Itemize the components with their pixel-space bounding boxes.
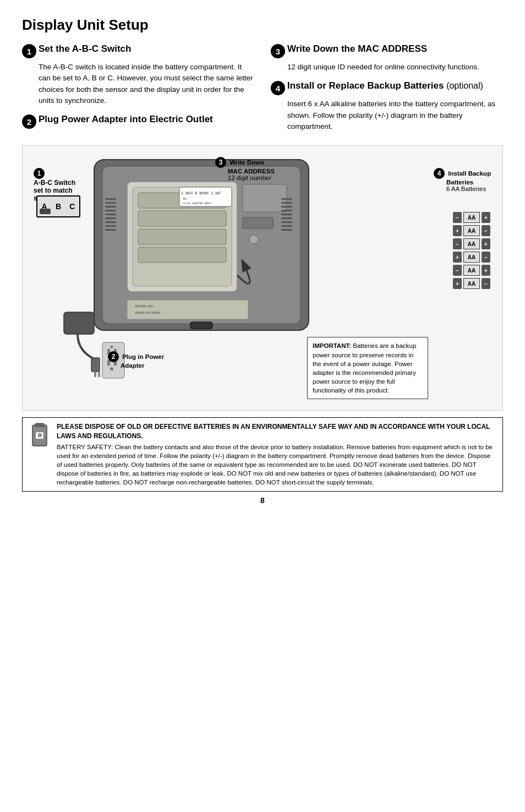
- step4-circle: 4: [271, 81, 285, 95]
- svg-rect-23: [281, 229, 292, 231]
- svg-text:RC-: RC-: [183, 197, 189, 200]
- svg-rect-30: [105, 221, 116, 223]
- recycling-icon: ♻: [28, 422, 50, 451]
- step2-circle: 2: [22, 115, 36, 129]
- svg-rect-39: [91, 358, 100, 372]
- battery-right-callout: 4 Install Backup Batteries 6 AA Batterie…: [434, 168, 491, 192]
- svg-text:MADE IN CHINA: MADE IN CHINA: [135, 311, 160, 314]
- battery-slots: −AA++AA−−AA++AA−−AA++AA−: [453, 212, 490, 289]
- disposal-section: ♻ PLEASE DISPOSE OF OLD OR DEFECTIVE BAT…: [22, 417, 503, 492]
- svg-rect-41: [98, 372, 100, 377]
- svg-rect-50: [35, 423, 44, 427]
- page-title: Display Unit Setup: [22, 17, 503, 34]
- svg-rect-26: [105, 206, 116, 208]
- disposal-body: BATTERY SAFETY: Clean the battery contac…: [57, 443, 497, 487]
- step3-body: 12 digit unique ID needed for online con…: [287, 62, 503, 73]
- svg-rect-8: [243, 184, 287, 212]
- svg-rect-17: [281, 206, 292, 208]
- svg-rect-21: [281, 221, 292, 223]
- battery-row-2: −AA+: [453, 238, 490, 249]
- power-adapter-area: [61, 309, 127, 383]
- step3-title: Write Down the MAC ADDRESS: [287, 43, 427, 55]
- battery-row-3: +AA−: [453, 252, 490, 263]
- svg-rect-22: [281, 225, 292, 227]
- step2-title: Plug Power Adapter into Electric Outlet: [39, 114, 213, 125]
- svg-rect-15: [281, 198, 292, 200]
- step3-circle: 3: [271, 44, 285, 58]
- diagram-section: 1 A-B-C Switch set to match sensor ABC: [22, 145, 503, 411]
- svg-rect-27: [105, 210, 116, 211]
- step1-title: Set the A-B-C Switch: [39, 43, 131, 55]
- battery-row-4: −AA+: [453, 265, 490, 276]
- svg-rect-18: [281, 210, 292, 211]
- step4-body: Insert 6 x AA alkaline batteries into th…: [287, 99, 503, 132]
- important-box: IMPORTANT: Batteries are a backup power …: [307, 337, 428, 399]
- svg-text:♻: ♻: [37, 433, 42, 438]
- svg-rect-25: [105, 202, 116, 204]
- svg-rect-40: [94, 372, 96, 377]
- svg-point-14: [249, 235, 258, 244]
- svg-text:AC/DC ADAPTOR INPUT: AC/DC ADAPTOR INPUT: [183, 202, 212, 205]
- step1-body: The A-B-C switch is located inside the b…: [39, 62, 254, 106]
- mac-callout: 3 Write Down MAC ADDRESS 12 digit number: [215, 157, 276, 181]
- page-number: 8: [22, 496, 503, 505]
- svg-rect-6: [138, 229, 226, 244]
- svg-rect-13: [243, 217, 273, 228]
- svg-point-47: [111, 346, 113, 348]
- step4-title: Install or Replace Backup Batteries (opt…: [287, 80, 483, 91]
- svg-rect-16: [281, 202, 292, 204]
- battery-row-0: −AA+: [453, 212, 490, 223]
- svg-rect-32: [105, 229, 116, 231]
- disposal-title: PLEASE DISPOSE OF OLD OR DEFECTIVE BATTE…: [57, 422, 497, 441]
- battery-row-5: +AA−: [453, 278, 490, 289]
- svg-rect-19: [281, 214, 292, 215]
- svg-rect-5: [138, 211, 226, 226]
- svg-rect-20: [281, 217, 292, 219]
- step1-circle: 1: [22, 44, 36, 58]
- svg-rect-36: [190, 322, 212, 329]
- svg-rect-31: [105, 225, 116, 227]
- svg-rect-28: [105, 214, 116, 215]
- battery-row-1: +AA−: [453, 225, 490, 236]
- svg-rect-29: [105, 217, 116, 219]
- svg-rect-7: [138, 247, 226, 263]
- svg-rect-24: [105, 198, 116, 200]
- power-callout: 2 Plug in Power Adapter: [108, 351, 164, 369]
- svg-rect-38: [64, 312, 94, 334]
- abc-switch-box: ABC: [36, 195, 80, 217]
- svg-rect-33: [127, 300, 248, 319]
- svg-text:MODEL NO.: MODEL NO.: [135, 304, 154, 308]
- svg-text:1 1H1T 0 1H1HT 1 1HT: 1 1H1T 0 1H1HT 1 1HT: [181, 191, 221, 195]
